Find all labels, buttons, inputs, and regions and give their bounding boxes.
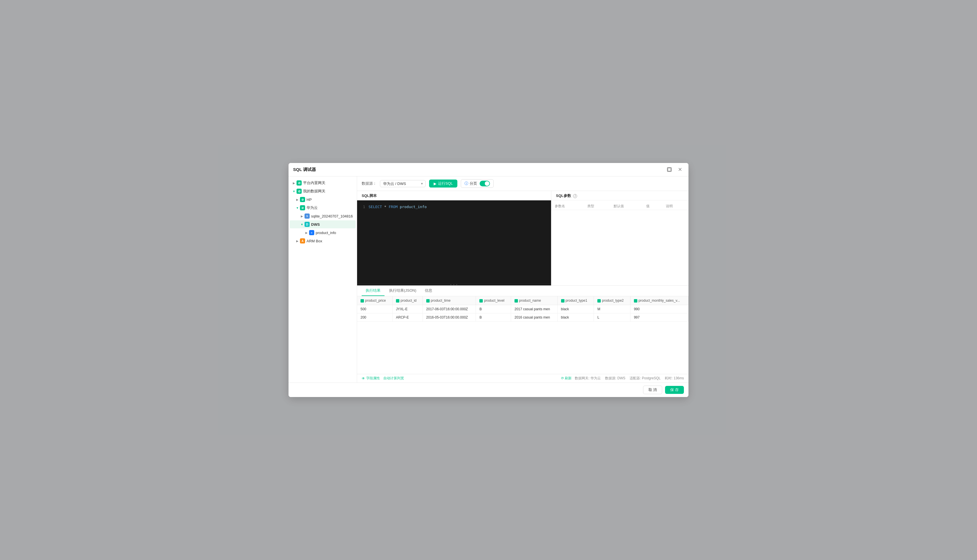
results-tabs: 执行结果 执行结果(JSON) 信息 xyxy=(357,286,688,296)
results-table-wrapper[interactable]: product_price product_id product_time xyxy=(357,296,688,374)
sql-star: * xyxy=(384,205,389,209)
cell-type1-1: black xyxy=(557,305,594,313)
sql-params-title: SQL参数 i xyxy=(551,191,688,200)
sqlite-chevron-icon: ▶ xyxy=(300,214,304,218)
auto-column-width-button[interactable]: 自动计算列宽 xyxy=(383,376,404,381)
col-icon-product-name xyxy=(515,299,518,303)
cell-type2-2: L xyxy=(594,313,631,322)
table-row: 200 ARCP-E 2016-05-03T16:00:00.000Z B 20… xyxy=(357,313,688,322)
tab-execution-json[interactable]: 执行结果(JSON) xyxy=(385,286,420,296)
meta-adapter: 适配器: PostgreSQL xyxy=(630,376,661,380)
arm-box-icon: A xyxy=(300,238,305,243)
editor-area: SQL脚本 1 SELECT * FROM product_info xyxy=(357,191,688,285)
field-properties-button[interactable]: 👁 字段属性 xyxy=(362,376,380,381)
modal-title: SQL 调试器 xyxy=(293,167,316,172)
chevron-right-icon: ▶ xyxy=(292,181,296,185)
sql-code-1: SELECT * FROM product_info xyxy=(368,204,427,210)
col-icon-product-type2 xyxy=(597,299,601,303)
sql-debugger-modal: SQL 调试器 ✕ ▶ ⊘ 平台内置网关 xyxy=(289,163,688,397)
params-info-icon[interactable]: i xyxy=(573,194,577,198)
sqlite-icon: S xyxy=(304,213,309,218)
param-col-type: 类型 xyxy=(584,203,610,210)
sidebar-item-product-info[interactable]: ▶ ≡ product_info xyxy=(289,228,356,237)
results-area: 执行结果 执行结果(JSON) 信息 product_price xyxy=(357,285,688,382)
pagination-toggle[interactable] xyxy=(480,181,490,187)
sidebar-item-sqlite[interactable]: ▶ S sqlite_20240707_104816 xyxy=(289,212,356,220)
run-sql-button[interactable]: ▶ 运行SQL xyxy=(429,180,457,188)
eye-icon: 👁 xyxy=(362,377,365,380)
sidebar-item-hp[interactable]: ▶ ⊘ HP xyxy=(289,195,356,203)
cell-id-1: JYXL-E xyxy=(392,305,423,313)
cell-type1-2: black xyxy=(557,313,594,322)
col-resize-level[interactable] xyxy=(510,296,511,305)
col-resize-time[interactable] xyxy=(475,296,476,305)
results-meta: ⟳ 刷新 数据网关: 华为云 数据源: DWS 适配器: PostgreSQL … xyxy=(561,376,684,381)
tab-execution-result[interactable]: 执行结果 xyxy=(362,286,385,296)
cell-price-2: 200 xyxy=(357,313,392,322)
table-row: 500 JYXL-E 2017-06-03T16:00:00.000Z B 20… xyxy=(357,305,688,313)
modal-body: ▶ ⊘ 平台内置网关 ▼ ⊘ 我的数据网关 ▶ ⊘ HP xyxy=(289,177,688,382)
sidebar-item-arm-box[interactable]: ▶ A ARM Box xyxy=(289,237,356,245)
col-product-monthly-sales: product_monthly_sales_v... xyxy=(630,296,688,305)
col-product-price: product_price xyxy=(357,296,392,305)
huawei-label: 华为云 xyxy=(306,205,318,210)
pagination-button[interactable]: ⓘ 分页 xyxy=(461,179,494,188)
params-table-element: 参数名 类型 默认值 值 说明 xyxy=(551,203,688,210)
hp-icon: ⊘ xyxy=(300,197,305,202)
results-header-row: product_price product_id product_time xyxy=(357,296,688,305)
col-resize-type1[interactable] xyxy=(592,296,594,305)
param-col-desc: 说明 xyxy=(662,203,688,210)
pagination-label: 分页 xyxy=(470,181,477,186)
tab-info[interactable]: 信息 xyxy=(421,286,436,296)
run-icon: ▶ xyxy=(434,182,437,186)
expand-button[interactable] xyxy=(665,167,673,172)
cell-time-1: 2017-06-03T16:00:00.000Z xyxy=(423,305,476,313)
platform-gateway-icon: ⊘ xyxy=(296,180,302,185)
param-col-default: 默认值 xyxy=(610,203,643,210)
sidebar-item-huawei[interactable]: ▼ ⊘ 华为云 xyxy=(289,204,356,212)
sidebar-item-dws[interactable]: ▼ D DWS xyxy=(289,220,356,228)
param-col-name: 参数名 xyxy=(551,203,584,210)
close-button[interactable]: ✕ xyxy=(676,166,684,173)
refresh-button[interactable]: ⟳ 刷新 xyxy=(561,376,572,380)
svg-rect-1 xyxy=(668,168,671,171)
my-gateway-icon: ⊘ xyxy=(296,189,302,194)
cell-monthly-2: 997 xyxy=(630,313,688,322)
product-info-label: product_info xyxy=(316,231,336,235)
cancel-button[interactable]: 取 消 xyxy=(643,386,662,394)
save-button[interactable]: 保 存 xyxy=(665,386,684,394)
cell-monthly-1: 990 xyxy=(630,305,688,313)
col-icon-product-type1 xyxy=(561,299,564,303)
col-product-type1: product_type1 xyxy=(557,296,594,305)
col-resize-price[interactable] xyxy=(391,296,392,305)
sql-editor-section: SQL脚本 1 SELECT * FROM product_info xyxy=(357,191,551,285)
col-resize-name[interactable] xyxy=(556,296,557,305)
run-label: 运行SQL xyxy=(438,181,453,186)
meta-source: 数据源: DWS xyxy=(605,376,625,380)
main-content: 数据源： 华为云 / DWS ▼ ▶ 运行SQL ⓘ 分页 xyxy=(357,177,688,382)
col-resize-type2[interactable] xyxy=(629,296,630,305)
product-info-chevron-icon: ▶ xyxy=(304,231,308,235)
sql-editor[interactable]: 1 SELECT * FROM product_info xyxy=(357,200,551,284)
hp-label: HP xyxy=(306,198,312,202)
modal-header-actions: ✕ xyxy=(665,166,684,173)
results-table: product_price product_id product_time xyxy=(357,296,688,322)
cell-price-1: 500 xyxy=(357,305,392,313)
platform-gateway-label: 平台内置网关 xyxy=(303,180,325,185)
datasource-select[interactable]: 华为云 / DWS xyxy=(380,180,426,187)
col-icon-product-time xyxy=(426,299,430,303)
sidebar-item-my-gateway[interactable]: ▼ ⊘ 我的数据网关 xyxy=(289,187,356,195)
col-icon-product-id xyxy=(396,299,399,303)
col-resize-monthly[interactable] xyxy=(687,296,688,305)
sidebar-item-platform-gateway[interactable]: ▶ ⊘ 平台内置网关 xyxy=(289,179,356,187)
col-product-id: product_id xyxy=(392,296,423,305)
cell-level-1: B xyxy=(476,305,511,313)
cell-level-2: B xyxy=(476,313,511,322)
cell-time-2: 2016-05-03T16:00:00.000Z xyxy=(423,313,476,322)
datasource-select-wrapper[interactable]: 华为云 / DWS ▼ xyxy=(380,180,426,187)
meta-time: 耗时: 136ms xyxy=(665,376,684,380)
line-number-1: 1 xyxy=(357,204,368,210)
modal-overlay: SQL 调试器 ✕ ▶ ⊘ 平台内置网关 xyxy=(0,0,977,560)
col-resize-id[interactable] xyxy=(422,296,423,305)
my-gateway-label: 我的数据网关 xyxy=(303,189,325,194)
